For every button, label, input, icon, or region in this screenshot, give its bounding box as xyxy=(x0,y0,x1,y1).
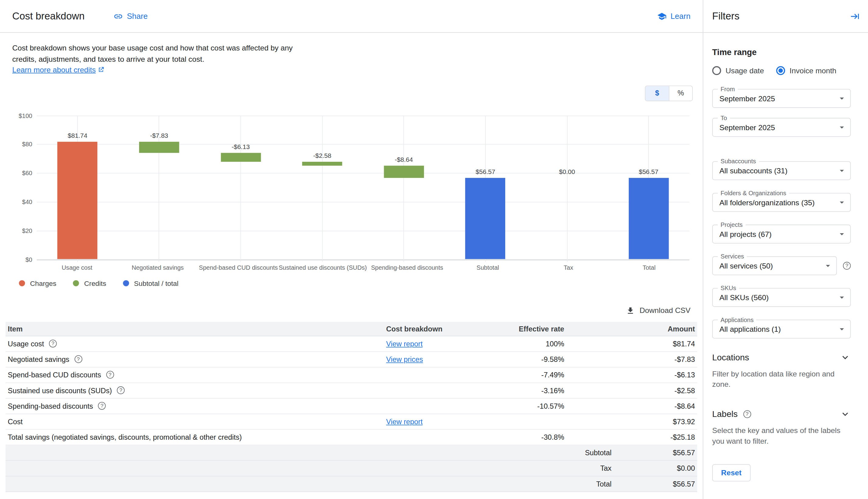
bar-value-label: -$7.83 xyxy=(126,132,192,139)
dollar-toggle-button[interactable]: $ xyxy=(645,86,669,100)
bar-value-label: $0.00 xyxy=(534,169,600,175)
reset-button[interactable]: Reset xyxy=(712,464,750,482)
select-subaccounts[interactable]: SubaccountsAll subaccounts (31) xyxy=(712,161,851,180)
item-cell: Spending-based discounts? xyxy=(8,402,386,410)
waterfall-bar-credit[interactable] xyxy=(384,166,424,178)
column-header-cost-breakdown: Cost breakdown xyxy=(386,325,475,333)
select-from[interactable]: FromSeptember 2025 xyxy=(712,89,851,108)
filters-title: Filters xyxy=(712,10,848,22)
waterfall-bar-credit[interactable] xyxy=(302,162,342,166)
unit-toggle-row: $ % xyxy=(5,85,693,101)
table-row: Total savings (negotiated savings, disco… xyxy=(5,429,697,445)
breakdown-cell: View report xyxy=(386,339,475,348)
learn-button[interactable]: Learn xyxy=(657,11,690,21)
radio-icon xyxy=(776,66,785,75)
summary-amount: $0.00 xyxy=(611,464,695,472)
select-folders-organizations[interactable]: Folders & OrganizationsAll folders/organ… xyxy=(712,193,851,212)
chart-x-axis: Usage costNegotiated savingsSpend-based … xyxy=(37,264,689,270)
breakdown-cell: View report xyxy=(386,417,475,425)
filter-field-row: Folders & OrganizationsAll folders/organ… xyxy=(712,193,851,212)
help-icon[interactable]: ? xyxy=(98,402,106,410)
radio-usage-date[interactable]: Usage date xyxy=(712,66,764,75)
y-axis-tick-label: $60 xyxy=(2,170,32,177)
amount-cell: -$7.83 xyxy=(564,355,695,363)
effective-rate-cell: -30.8% xyxy=(475,433,564,441)
legend-credit-dot xyxy=(73,280,79,286)
legend-item: Subtotal / total xyxy=(123,279,179,287)
summary-row: Subtotal$56.57 xyxy=(5,445,697,460)
field-value: All services (50) xyxy=(720,261,823,270)
locations-heading: Locations xyxy=(712,352,749,363)
dropdown-arrow-icon xyxy=(837,122,847,132)
radio-invoice-month[interactable]: Invoice month xyxy=(776,66,836,75)
select-projects[interactable]: ProjectsAll projects (67) xyxy=(712,225,851,244)
select-applications[interactable]: ApplicationsAll applications (1) xyxy=(712,320,851,339)
x-axis-category-label: Usage cost xyxy=(37,264,118,270)
time-range-radio-group: Usage dateInvoice month xyxy=(712,66,851,75)
view-prices-link[interactable]: View prices xyxy=(386,355,423,363)
download-csv-label: Download CSV xyxy=(640,306,690,314)
x-axis-category-label: Spend-based CUD discounts xyxy=(198,264,279,270)
waterfall-bar-total[interactable] xyxy=(629,178,669,259)
waterfall-bar-total[interactable] xyxy=(465,178,506,259)
field-label: From xyxy=(718,86,737,93)
summary-row: Tax$0.00 xyxy=(5,461,697,476)
view-report-link[interactable]: View report xyxy=(386,417,423,425)
chart-vgridline xyxy=(240,115,241,261)
waterfall-bar-charge[interactable] xyxy=(58,142,98,259)
keyboard-tab-icon xyxy=(850,11,860,22)
help-icon[interactable]: ? xyxy=(49,340,57,348)
filters-header: Filters xyxy=(703,0,868,33)
breakdown-cell: View prices xyxy=(386,355,475,363)
help-icon[interactable]: ? xyxy=(843,262,851,270)
select-skus[interactable]: SKUsAll SKUs (560) xyxy=(712,288,851,307)
labels-section: Labels ? Select the key and values of th… xyxy=(712,409,851,447)
chart-hgridline xyxy=(37,144,689,145)
x-axis-category-label: Tax xyxy=(528,264,609,270)
collapse-panel-button[interactable] xyxy=(848,10,861,23)
help-icon[interactable]: ? xyxy=(106,371,114,379)
help-icon[interactable]: ? xyxy=(743,410,751,418)
chart-vgridline xyxy=(567,115,567,261)
item-cell: Cost xyxy=(8,417,386,425)
radio-label: Invoice month xyxy=(789,66,836,74)
legend-label: Charges xyxy=(30,279,56,287)
field-label: Applications xyxy=(718,316,756,323)
labels-section-header[interactable]: Labels ? xyxy=(712,409,851,420)
field-value: September 2025 xyxy=(720,94,837,102)
select-to[interactable]: ToSeptember 2025 xyxy=(712,118,851,137)
help-icon[interactable]: ? xyxy=(74,355,82,363)
bar-value-label: $56.57 xyxy=(452,169,519,175)
column-header-item: Item xyxy=(8,325,386,333)
learn-more-credits-link[interactable]: Learn more about credits xyxy=(12,66,105,74)
filter-fields: FromSeptember 2025ToSeptember 2025Subacc… xyxy=(712,89,851,339)
table-row: Negotiated savings?View prices-9.58%-$7.… xyxy=(5,352,697,367)
chart-vgridline xyxy=(322,115,323,261)
view-report-link[interactable]: View report xyxy=(386,339,423,348)
cost-breakdown-page: Cost breakdown Share Learn Cost breakdow… xyxy=(0,0,868,499)
legend-item: Charges xyxy=(19,279,56,287)
help-icon[interactable]: ? xyxy=(117,387,125,394)
field-value: All subaccounts (31) xyxy=(720,167,837,175)
legend-label: Credits xyxy=(84,279,106,287)
table-row: Spending-based discounts?-10.57%-$8.64 xyxy=(5,398,697,414)
item-cell: Negotiated savings? xyxy=(8,355,386,363)
effective-rate-cell: -7.49% xyxy=(475,370,564,379)
dropdown-arrow-icon xyxy=(837,197,847,207)
school-icon xyxy=(657,11,667,21)
field-label: To xyxy=(718,114,730,121)
locations-section-header[interactable]: Locations xyxy=(712,352,851,363)
item-label: Negotiated savings xyxy=(8,355,69,363)
main-body: Cost breakdown shows your base usage cos… xyxy=(0,33,703,499)
download-csv-button[interactable]: Download CSV xyxy=(626,306,691,315)
learn-more-credits-label: Learn more about credits xyxy=(12,66,96,74)
select-services[interactable]: ServicesAll services (50) xyxy=(712,256,837,275)
percent-toggle-button[interactable]: % xyxy=(669,86,692,100)
field-value: September 2025 xyxy=(720,123,837,131)
legend-charge-dot xyxy=(19,280,25,286)
waterfall-bar-credit[interactable] xyxy=(139,142,179,153)
share-button[interactable]: Share xyxy=(114,11,147,21)
waterfall-bar-credit[interactable] xyxy=(221,153,261,162)
chart-hgridline xyxy=(37,231,689,231)
radio-label: Usage date xyxy=(726,66,764,74)
